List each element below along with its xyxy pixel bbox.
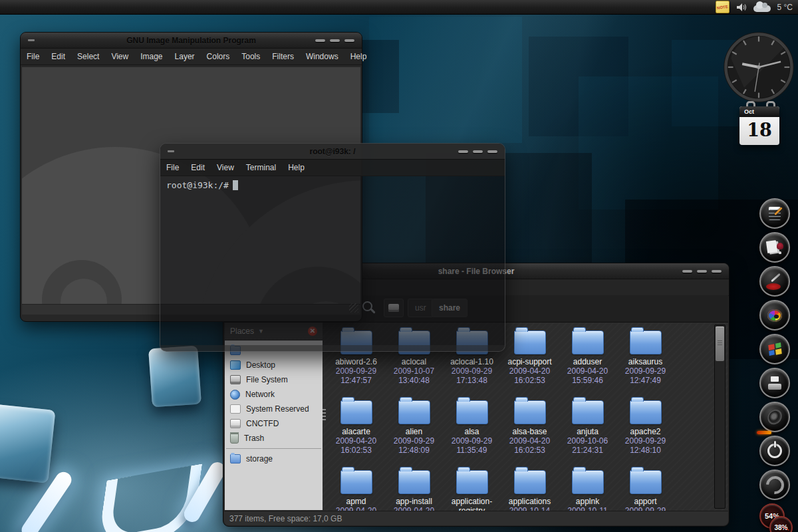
dock-icon[interactable]	[759, 368, 790, 398]
calendar-day: 18	[739, 117, 779, 144]
menu-item[interactable]: Help	[344, 49, 373, 65]
gimp-menubar: FileEditSelectViewImageLayerColorsToolsF…	[21, 49, 362, 65]
folder-item[interactable]: alacarte 2009-04-20 16:02:53	[327, 396, 385, 466]
folder-item[interactable]: application-registry	[443, 466, 501, 511]
folder-item[interactable]: adduser 2009-04-20 15:59:46	[559, 327, 616, 396]
folder-item[interactable]: applications 2009-10-14	[501, 466, 559, 511]
terminal-window[interactable]: root@i93k: / FileEditViewTerminalHelp ro…	[160, 143, 505, 352]
maximize-button[interactable]	[330, 39, 340, 42]
dock-icon[interactable]	[759, 232, 790, 263]
place-icon	[230, 390, 240, 400]
places-item[interactable]: Network	[225, 387, 323, 402]
folder-date: 2009-04-20	[327, 436, 385, 446]
folder-grid: abiword-2.6 2009-09-29 12:47:57 aclocal …	[327, 327, 677, 511]
close-button[interactable]	[344, 39, 354, 42]
temperature-readout: 5 °C	[777, 3, 793, 12]
gimp-titlebar[interactable]: GNU Image Manipulation Program	[21, 33, 362, 49]
terminal-titlebar[interactable]: root@i93k: /	[160, 144, 505, 160]
folder-item[interactable]: app-install 2009-04-20	[385, 466, 443, 511]
folder-item[interactable]: apache2 2009-09-29 12:48:10	[616, 396, 674, 466]
menu-item[interactable]: View	[105, 49, 134, 65]
volume-icon[interactable]	[736, 2, 747, 13]
menu-item[interactable]: Terminal	[240, 160, 282, 176]
folder-icon	[572, 331, 604, 354]
folder-date: 2009-09-29	[616, 436, 674, 446]
menu-item[interactable]: Colors	[201, 49, 236, 65]
menu-item[interactable]: Tools	[235, 49, 266, 65]
maximize-button[interactable]	[473, 150, 483, 153]
folder-item[interactable]: anjuta 2009-10-06 21:24:31	[559, 396, 616, 466]
places-item[interactable]: storage	[225, 452, 323, 466]
menu-item[interactable]: Edit	[45, 49, 71, 65]
gimp-title: GNU Image Manipulation Program	[21, 36, 362, 45]
sticky-note-icon[interactable]: NOTE	[716, 1, 730, 13]
menu-item[interactable]: View	[211, 160, 240, 176]
menu-item[interactable]: Image	[134, 49, 168, 65]
window-buttons	[682, 270, 722, 273]
menu-item[interactable]: Help	[282, 160, 311, 176]
folder-icon	[630, 470, 662, 494]
folder-date: 2009-04-20	[501, 436, 559, 446]
folder-date: 2009-10-06	[559, 436, 616, 446]
menu-item[interactable]: File	[160, 160, 185, 176]
folder-icon	[514, 400, 546, 424]
folder-item[interactable]: apport 2009-09-29	[616, 466, 674, 511]
menu-item[interactable]: Edit	[185, 160, 211, 176]
dock-icon[interactable]	[759, 469, 790, 500]
places-item[interactable]: System Reserved	[225, 402, 323, 416]
calendar-widget[interactable]: Oct 18	[739, 106, 779, 145]
folder-item[interactable]: apmd 2009-04-20	[327, 466, 385, 511]
system-monitor-gauges[interactable]: 54% 38%	[759, 503, 794, 532]
menu-item[interactable]: Filters	[266, 49, 300, 65]
weather-cloud-icon[interactable]	[753, 5, 771, 12]
folder-item[interactable]: alsa-base 2009-04-20 16:02:53	[501, 396, 559, 466]
places-item[interactable]: File System	[225, 372, 323, 387]
clock-widget[interactable]: Oct 18	[722, 31, 795, 150]
minimize-button[interactable]	[682, 270, 692, 273]
places-item[interactable]: Desktop	[225, 358, 323, 372]
dock-icon[interactable]	[759, 402, 790, 432]
folder-date: 2009-04-20	[501, 366, 559, 376]
dock-icon[interactable]	[759, 266, 790, 297]
folder-date: 2009-09-29	[327, 366, 385, 376]
folder-item[interactable]: alien 2009-09-29 12:48:09	[385, 396, 443, 466]
folder-icon	[456, 400, 488, 424]
minimize-button[interactable]	[458, 150, 468, 153]
window-menu-icon[interactable]	[168, 150, 174, 152]
scrollbar-thumb[interactable]	[716, 327, 724, 361]
menu-item[interactable]: File	[21, 49, 45, 65]
terminal-screen[interactable]: root@i93k:/#	[160, 176, 505, 194]
maximize-button[interactable]	[697, 270, 707, 273]
folder-date: 2009-04-20	[559, 366, 616, 376]
places-item[interactable]: CNCTFD	[225, 416, 323, 431]
folder-item[interactable]: acpi-support 2009-04-20 16:02:53	[501, 327, 559, 396]
menu-item[interactable]: Layer	[169, 49, 201, 65]
folder-time: 12:48:10	[616, 446, 674, 455]
folder-item[interactable]: applnk 2009-10-11	[559, 466, 616, 511]
folder-item[interactable]: alsa 2009-09-29 11:35:49	[443, 396, 501, 466]
minimize-button[interactable]	[315, 39, 325, 42]
places-item[interactable]: Trash	[225, 431, 323, 446]
sidebar-separator	[226, 448, 321, 449]
menu-item[interactable]: Windows	[300, 49, 344, 65]
folder-name: anjuta	[559, 427, 616, 436]
places-list: Desktop File System Network	[225, 340, 323, 510]
dock-icon[interactable]	[759, 300, 790, 331]
folder-time: 16:02:53	[327, 446, 385, 455]
folder-time: 21:24:31	[559, 446, 616, 455]
menu-item[interactable]: Select	[71, 49, 105, 65]
close-button[interactable]	[712, 270, 722, 273]
scrollbar[interactable]	[714, 325, 726, 509]
folder-item[interactable]: aiksaurus 2009-09-29 12:47:49	[616, 327, 674, 396]
pane-resize-grip[interactable]	[323, 409, 326, 421]
folder-name: applnk	[559, 497, 616, 506]
dock-icon[interactable]	[759, 198, 790, 229]
place-icon	[230, 375, 241, 384]
window-menu-icon[interactable]	[28, 39, 35, 41]
dock-icon[interactable]	[759, 436, 790, 466]
dock-icon[interactable]	[759, 334, 790, 364]
folder-icon	[398, 400, 430, 424]
folder-name: adduser	[559, 357, 616, 366]
folder-icon	[514, 470, 546, 494]
close-button[interactable]	[487, 150, 497, 153]
